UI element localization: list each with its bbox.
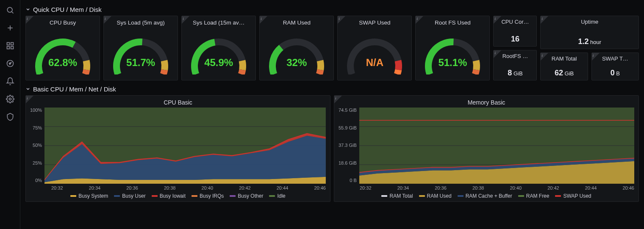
gauge-panel-sys-load-15m[interactable]: Sys Load (15m av… 45.9%: [181, 16, 256, 80]
x-tick: 20:32: [360, 185, 372, 190]
y-axis: 100%75%50%25%0%: [30, 108, 44, 184]
panel-title: Sys Load (5m avg): [105, 19, 176, 28]
x-tick: 20:40: [510, 185, 522, 190]
legend-label: Idle: [277, 193, 285, 199]
panel-info-icon[interactable]: [592, 53, 600, 61]
legend-item[interactable]: RAM Used: [419, 193, 452, 199]
legend-item[interactable]: SWAP Used: [555, 193, 591, 199]
panel-info-icon[interactable]: [260, 16, 267, 24]
panel-info-icon[interactable]: [494, 16, 501, 24]
legend-item[interactable]: Busy IRQs: [192, 193, 224, 199]
gauge-value: 51.1%: [421, 57, 484, 69]
legend-item[interactable]: Busy System: [70, 193, 108, 199]
gauge-panel-root-fs-used[interactable]: Root FS Used 51.1%: [415, 16, 490, 80]
section-toggle-basic[interactable]: Basic CPU / Mem / Net / Disk: [25, 83, 639, 95]
panel-title: RAM Used: [261, 19, 332, 28]
legend-swatch: [192, 195, 197, 197]
chart-panel-cpu-basic[interactable]: CPU Basic 100%75%50%25%0% 20:3220:3420:3…: [25, 95, 330, 202]
gauge: 32%: [261, 28, 332, 78]
stat-panel-swap-total[interactable]: SWAP T… 0 B: [591, 52, 639, 81]
stat-value: 0 B: [594, 66, 637, 77]
panel-info-icon[interactable]: [104, 16, 111, 24]
y-tick: 100%: [30, 108, 42, 113]
legend-item[interactable]: Busy Other: [230, 193, 263, 199]
svg-point-0: [7, 7, 12, 12]
plus-icon[interactable]: [5, 23, 15, 33]
panel-info-icon[interactable]: [416, 16, 423, 24]
svg-rect-6: [7, 47, 9, 49]
explore-icon[interactable]: [5, 58, 15, 69]
x-tick: 20:42: [547, 185, 559, 190]
search-icon[interactable]: [5, 5, 15, 15]
legend-swatch: [518, 195, 524, 197]
panel-title: Uptime: [542, 18, 637, 25]
legend-label: Busy User: [122, 193, 145, 199]
gauge: 51.7%: [105, 28, 176, 78]
x-tick: 20:42: [239, 185, 251, 190]
x-tick: 20:46: [622, 185, 634, 190]
y-tick: 37.3 GiB: [339, 143, 357, 148]
panel-info-icon[interactable]: [334, 96, 342, 103]
legend-item[interactable]: Busy User: [114, 193, 145, 199]
x-tick: 20:36: [126, 185, 138, 190]
legend-item[interactable]: RAM Free: [518, 193, 550, 199]
panel-info-icon[interactable]: [494, 50, 501, 58]
stat-value: 62 GiB: [542, 66, 586, 77]
y-tick: 75%: [33, 125, 42, 130]
panel-info-icon[interactable]: [182, 16, 189, 24]
y-tick: 0 B: [350, 178, 357, 183]
x-tick: 20:40: [202, 185, 214, 190]
panel-info-icon[interactable]: [26, 16, 33, 24]
gauge-panel-sys-load-5m[interactable]: Sys Load (5m avg) 51.7%: [103, 16, 178, 80]
panel-title: CPU Basic: [30, 98, 326, 108]
legend-label: RAM Free: [526, 193, 550, 199]
legend-label: RAM Cache + Buffer: [466, 193, 512, 199]
x-tick: 20:44: [585, 185, 597, 190]
stat-panel-ram-total[interactable]: RAM Total 62 GiB: [540, 52, 588, 81]
legend-label: Busy IRQs: [200, 193, 224, 199]
panel-info-icon[interactable]: [541, 53, 548, 61]
svg-line-1: [11, 12, 13, 14]
server-admin-icon[interactable]: [5, 112, 15, 122]
x-tick: 20:32: [51, 185, 63, 190]
stat-panel-uptime[interactable]: Uptime 1.2 hour: [540, 16, 639, 49]
y-tick: 55.9 GiB: [339, 125, 357, 130]
chevron-down-icon: [25, 86, 31, 93]
legend-label: RAM Total: [389, 193, 413, 199]
legend: Busy SystemBusy UserBusy IowaitBusy IRQs…: [30, 190, 326, 199]
legend-item[interactable]: RAM Total: [381, 193, 413, 199]
gauge-panel-cpu-busy[interactable]: CPU Busy 62.8%: [25, 16, 100, 80]
legend-item[interactable]: Busy Iowait: [152, 193, 186, 199]
gauge-panel-swap-used[interactable]: SWAP Used N/A: [337, 16, 412, 80]
gauge-value: 62.8%: [31, 57, 94, 69]
gauge-value: 32%: [265, 57, 328, 69]
legend-label: Busy System: [78, 193, 108, 199]
dashboards-icon[interactable]: [5, 41, 15, 51]
panel-info-icon[interactable]: [541, 16, 548, 24]
legend-swatch: [269, 195, 275, 197]
configuration-icon[interactable]: [5, 94, 15, 104]
y-tick: 74.5 GiB: [339, 108, 357, 113]
chart-panel-memory-basic[interactable]: Memory Basic 74.5 GiB55.9 GiB37.3 GiB18.…: [334, 95, 639, 202]
panel-info-icon[interactable]: [338, 16, 345, 24]
legend-item[interactable]: RAM Cache + Buffer: [458, 193, 512, 199]
legend-swatch: [70, 195, 76, 197]
legend-swatch: [152, 195, 158, 197]
legend-swatch: [555, 195, 561, 197]
alerting-icon[interactable]: [5, 76, 15, 86]
legend-item[interactable]: Idle: [269, 193, 285, 199]
stat-panel-rootfs-total[interactable]: RootFS … 8 GiB: [493, 50, 537, 81]
panel-title: CPU Busy: [28, 19, 98, 28]
y-tick: 18.6 GiB: [339, 160, 357, 166]
panel-info-icon[interactable]: [26, 96, 33, 103]
section-toggle-quick[interactable]: Quick CPU / Mem / Disk: [25, 3, 639, 16]
main-content: Quick CPU / Mem / Disk CPU Busy 62.8% Sy…: [20, 0, 644, 229]
gauge: N/A: [339, 28, 410, 78]
gauge: 45.9%: [183, 28, 254, 78]
x-axis: 20:3220:3420:3620:3820:4020:4220:4420:46: [339, 184, 634, 190]
gauge: 62.8%: [28, 28, 98, 78]
stat-panel-cpu-cores[interactable]: CPU Cor… 16: [493, 16, 537, 47]
x-tick: 20:46: [314, 185, 326, 190]
sidebar: [0, 0, 20, 229]
gauge-panel-ram-used[interactable]: RAM Used 32%: [259, 16, 334, 80]
